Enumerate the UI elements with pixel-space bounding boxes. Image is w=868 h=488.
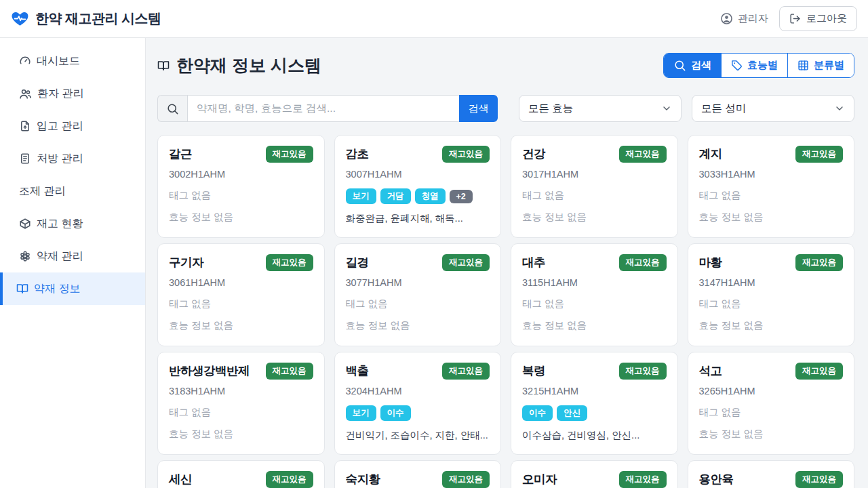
herb-card[interactable]: 숙지황 재고있음 태그 없음 효능 정보 없음 xyxy=(334,460,502,488)
sidebar-item-환자-관리[interactable]: 환자 관리 xyxy=(0,77,145,110)
herb-code: 3183H1AHM xyxy=(169,386,313,396)
herb-name: 구기자 xyxy=(169,254,203,270)
stock-status-badge: 재고있음 xyxy=(619,363,667,380)
herb-tags: 태그 없음 xyxy=(522,188,667,203)
tab-검색[interactable]: 검색 xyxy=(664,54,721,77)
box-icon xyxy=(19,218,31,230)
sidebar-item-조제-관리[interactable]: 조제 관리 xyxy=(0,175,145,207)
main-content: 한약재 정보 시스템 검색효능별분류별 검색 모든 효능 모든 성미 xyxy=(146,38,868,488)
brand: 한약 재고관리 시스템 xyxy=(11,9,161,28)
sidebar-item-약재-관리[interactable]: 약재 관리 xyxy=(0,240,145,272)
herb-card[interactable]: 석고 재고있음 3265H1AHM 태그 없음 효능 정보 없음 xyxy=(688,352,855,455)
herb-name: 석고 xyxy=(699,363,722,379)
herb-card[interactable]: 마황 재고있음 3147H1AHM 태그 없음 효능 정보 없음 xyxy=(688,243,855,346)
herb-card[interactable]: 백출 재고있음 3204H1AHM 보기이수 건비익기, 조습이수, 지한, 안… xyxy=(334,352,502,455)
sidebar-item-재고-현황[interactable]: 재고 현황 xyxy=(0,207,145,240)
sidebar-item-label: 입고 관리 xyxy=(37,119,83,134)
stock-status-badge: 재고있음 xyxy=(795,146,843,163)
herb-name: 마황 xyxy=(699,254,722,270)
no-tags-label: 태그 없음 xyxy=(699,189,741,202)
herb-efficacy: 효능 정보 없음 xyxy=(169,211,313,224)
stock-status-badge: 재고있음 xyxy=(442,363,490,380)
efficacy-tag: 보기 xyxy=(346,405,376,421)
grid-icon xyxy=(797,60,809,71)
no-tags-label: 태그 없음 xyxy=(169,189,211,202)
herb-efficacy: 이수삼습, 건비영심, 안신... xyxy=(522,429,667,442)
no-tags-label: 태그 없음 xyxy=(522,189,564,202)
herb-card[interactable]: 반하생강백반제 재고있음 3183H1AHM 태그 없음 효능 정보 없음 xyxy=(157,352,325,455)
stock-status-badge: 재고있음 xyxy=(795,363,843,380)
herb-name: 숙지황 xyxy=(346,471,380,487)
chevron-down-icon xyxy=(834,103,845,114)
no-tags-label: 태그 없음 xyxy=(522,298,564,310)
herb-name: 백출 xyxy=(346,363,369,379)
herb-code: 3077H1AHM xyxy=(346,277,490,288)
herb-name: 세신 xyxy=(169,471,192,487)
user-circle-icon xyxy=(720,12,733,25)
property-filter-select[interactable]: 모든 성미 xyxy=(692,95,854,122)
efficacy-tag: 이수 xyxy=(522,405,553,421)
property-filter-value: 모든 성미 xyxy=(701,102,746,116)
doc-list-icon xyxy=(19,152,31,165)
herb-efficacy: 건비익기, 조습이수, 지한, 안태... xyxy=(346,429,490,442)
search-icon xyxy=(673,59,686,72)
herb-card[interactable]: 길경 재고있음 3077H1AHM 태그 없음 효능 정보 없음 xyxy=(334,243,502,346)
efficacy-tag: 청열 xyxy=(415,188,446,204)
herb-card[interactable]: 건강 재고있음 3017H1AHM 태그 없음 효능 정보 없음 xyxy=(511,135,678,238)
search-input[interactable] xyxy=(187,95,459,122)
herb-card[interactable]: 대추 재고있음 3115H1AHM 태그 없음 효능 정보 없음 xyxy=(511,243,678,346)
logout-button[interactable]: 로그아웃 xyxy=(779,6,857,31)
app-window: 한약 재고관리 시스템 관리자 로그아웃 대시보드환자 관리입고 관리처방 관리… xyxy=(0,0,868,488)
sidebar-item-label: 환자 관리 xyxy=(37,87,83,101)
efficacy-filter-value: 모든 효능 xyxy=(528,102,573,116)
herb-name: 오미자 xyxy=(522,471,557,487)
herb-name: 건강 xyxy=(522,146,545,162)
herb-tags: 태그 없음 xyxy=(699,405,844,420)
tab-효능별[interactable]: 효능별 xyxy=(721,54,787,77)
stock-status-badge: 재고있음 xyxy=(795,254,843,271)
book-open-icon xyxy=(16,283,28,295)
herb-code: 3204H1AHM xyxy=(346,386,490,396)
sidebar-item-약재-정보[interactable]: 약재 정보 xyxy=(0,272,145,305)
herb-card[interactable]: 세신 재고있음 태그 없음 효능 정보 없음 xyxy=(157,460,325,488)
users-icon xyxy=(19,87,32,100)
herb-card[interactable]: 계지 재고있음 3033H1AHM 태그 없음 효능 정보 없음 xyxy=(688,135,855,238)
herb-tags: 태그 없음 xyxy=(169,188,313,203)
stock-status-badge: 재고있음 xyxy=(795,471,843,488)
herb-card[interactable]: 복령 재고있음 3215H1AHM 이수안신 이수삼습, 건비영심, 안신... xyxy=(511,352,678,455)
tab-분류별[interactable]: 분류별 xyxy=(787,54,854,77)
efficacy-filter-select[interactable]: 모든 효능 xyxy=(519,95,682,122)
herb-name: 반하생강백반제 xyxy=(169,363,250,379)
efficacy-tag: 안신 xyxy=(557,405,587,421)
herb-code: 3017H1AHM xyxy=(522,169,667,180)
herb-card[interactable]: 오미자 재고있음 태그 없음 효능 정보 없음 xyxy=(511,460,678,488)
tag-icon xyxy=(731,60,743,71)
search-button[interactable]: 검색 xyxy=(459,95,498,122)
flower-icon xyxy=(19,250,31,262)
more-tags-badge: +2 xyxy=(450,190,473,203)
search-icon xyxy=(157,95,187,122)
sidebar-item-label: 대시보드 xyxy=(37,54,80,68)
sidebar-item-입고-관리[interactable]: 입고 관리 xyxy=(0,110,145,142)
herb-card[interactable]: 갈근 재고있음 3002H1AHM 태그 없음 효능 정보 없음 xyxy=(157,135,325,238)
sidebar-item-대시보드[interactable]: 대시보드 xyxy=(0,45,145,77)
herb-code: 3265H1AHM xyxy=(699,386,844,396)
no-tags-label: 태그 없음 xyxy=(699,298,741,310)
herb-code: 3115H1AHM xyxy=(522,277,667,288)
herb-card[interactable]: 용안육 재고있음 태그 없음 효능 정보 없음 xyxy=(688,460,855,488)
page-title-text: 한약재 정보 시스템 xyxy=(176,54,321,77)
sidebar-item-처방-관리[interactable]: 처방 관리 xyxy=(0,142,145,175)
no-tags-label: 태그 없음 xyxy=(346,298,388,310)
dashboard-icon xyxy=(19,55,31,67)
logout-icon xyxy=(789,13,801,24)
chevron-down-icon xyxy=(661,103,672,114)
herb-tags: 태그 없음 xyxy=(699,297,844,311)
herb-tags: 보기거담청열+2 xyxy=(346,188,490,204)
stock-status-badge: 재고있음 xyxy=(266,363,313,380)
tab-label: 검색 xyxy=(691,59,711,72)
herb-card[interactable]: 감초 재고있음 3007H1AHM 보기거담청열+2 화중완급, 윤폐지해, 해… xyxy=(334,135,502,238)
herb-code: 3147H1AHM xyxy=(699,277,844,288)
herb-tags: 태그 없음 xyxy=(169,297,313,311)
herb-efficacy: 효능 정보 없음 xyxy=(699,428,844,441)
herb-card[interactable]: 구기자 재고있음 3061H1AHM 태그 없음 효능 정보 없음 xyxy=(157,243,325,346)
